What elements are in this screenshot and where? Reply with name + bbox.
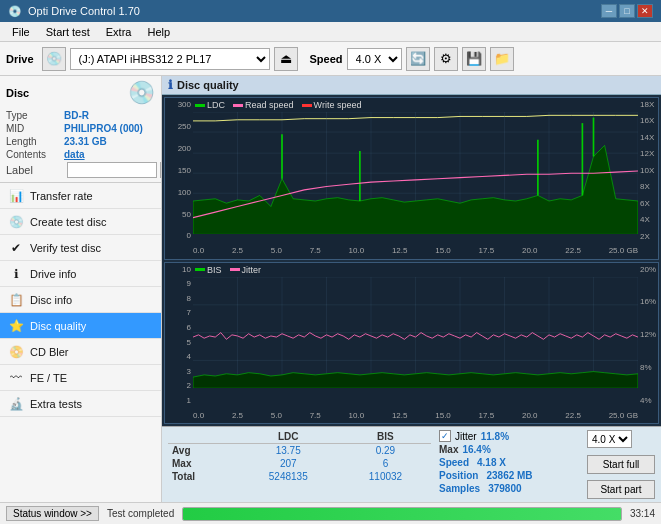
charts-area: LDC Read speed Write speed 300 250 200 (162, 95, 661, 426)
menubar: File Start test Extra Help (0, 22, 661, 42)
start-part-button[interactable]: Start part (587, 480, 655, 499)
stats-row-avg-label: Avg (168, 444, 237, 458)
sidebar-item-drive-info[interactable]: ℹ Drive info (0, 261, 161, 287)
jitter-max-value: 16.4% (462, 444, 490, 455)
chart2-y-axis-left: 10 9 8 7 6 5 4 3 2 1 (165, 263, 193, 408)
disc-contents-value[interactable]: data (64, 149, 85, 160)
speed-select[interactable]: 4.0 X (347, 48, 402, 70)
sidebar-item-verify-test-disc[interactable]: ✔ Verify test disc (0, 235, 161, 261)
sidebar-item-transfer-rate[interactable]: 📊 Transfer rate (0, 183, 161, 209)
speed-info-label: Speed (439, 457, 469, 468)
content-area: ℹ Disc quality LDC Read speed (162, 76, 661, 502)
stats-col-ldc: LDC (237, 430, 340, 444)
stats-avg-bis: 0.29 (340, 444, 431, 458)
menu-extra[interactable]: Extra (98, 24, 140, 40)
app-title: Opti Drive Control 1.70 (28, 5, 140, 17)
status-window-button[interactable]: Status window >> (6, 506, 99, 521)
disc-image-icon: 💿 (128, 80, 155, 106)
chart1-y-axis-left: 300 250 200 150 100 50 0 (165, 98, 193, 243)
disc-type-label: Type (6, 110, 64, 121)
jitter-row: ✓ Jitter 11.8% (439, 430, 579, 442)
sidebar-item-disc-info[interactable]: 📋 Disc info (0, 287, 161, 313)
menu-start-test[interactable]: Start test (38, 24, 98, 40)
extra-tests-icon: 🔬 (8, 397, 24, 411)
speed-label: Speed (310, 53, 343, 65)
drive-info-label: Drive info (30, 268, 76, 280)
sidebar-item-disc-quality[interactable]: ⭐ Disc quality (0, 313, 161, 339)
save-button[interactable]: 📁 (490, 47, 514, 71)
speed-combo-select[interactable]: 4.0 X (587, 430, 632, 448)
progress-bar-fill (183, 508, 621, 520)
stats-max-bis: 6 (340, 457, 431, 470)
create-test-disc-icon: 💿 (8, 215, 24, 229)
stats-col-bis: BIS (340, 430, 431, 444)
disc-contents-label: Contents (6, 149, 64, 160)
speed-info-value: 4.18 X (477, 457, 506, 468)
transfer-rate-icon: 📊 (8, 189, 24, 203)
statusbar: Status window >> Test completed 33:14 (0, 502, 661, 524)
chart2-svg (193, 277, 638, 388)
main-area: Disc 💿 Type BD-R MID PHILIPRO4 (000) Len… (0, 76, 661, 502)
menu-help[interactable]: Help (139, 24, 178, 40)
sidebar-item-create-test-disc[interactable]: 💿 Create test disc (0, 209, 161, 235)
minimize-button[interactable]: ─ (601, 4, 617, 18)
disc-label-input[interactable] (67, 162, 157, 178)
eject-button[interactable]: ⏏ (274, 47, 298, 71)
speed-combo: 4.0 X (587, 430, 655, 448)
disc-info-icon: 📋 (8, 293, 24, 307)
drive-select[interactable]: (J:) ATAPI iHBS312 2 PL17 (70, 48, 270, 70)
time-display: 33:14 (630, 508, 655, 519)
stats-row-max-label: Max (168, 457, 237, 470)
chart1-x-axis: 0.0 2.5 5.0 7.5 10.0 12.5 15.0 17.5 20.0… (193, 243, 638, 259)
legend-ldc-label: LDC (207, 100, 225, 110)
disc-length-row: Length 23.31 GB (6, 136, 155, 147)
stats-total-ldc: 5248135 (237, 470, 340, 483)
toolbar: Drive 💿 (J:) ATAPI iHBS312 2 PL17 ⏏ Spee… (0, 42, 661, 76)
stats-avg-ldc: 13.75 (237, 444, 340, 458)
progress-bar-container (182, 507, 622, 521)
disc-type-value: BD-R (64, 110, 89, 121)
drive-icon-btn[interactable]: 💿 (42, 47, 66, 71)
sidebar-item-fe-te[interactable]: 〰 FE / TE (0, 365, 161, 391)
stats-bar: LDC BIS Avg 13.75 0.29 Max 207 6 Total (162, 426, 661, 502)
chart2-container: BIS Jitter 10 9 8 7 6 5 4 3 2 (164, 262, 659, 425)
legend-write-speed: Write speed (302, 100, 362, 110)
legend-jitter: Jitter (230, 265, 262, 275)
chart2-x-axis: 0.0 2.5 5.0 7.5 10.0 12.5 15.0 17.5 20.0… (193, 407, 638, 423)
transfer-rate-label: Transfer rate (30, 190, 93, 202)
sidebar-item-extra-tests[interactable]: 🔬 Extra tests (0, 391, 161, 417)
menu-file[interactable]: File (4, 24, 38, 40)
write-button[interactable]: 💾 (462, 47, 486, 71)
stats-total-bis: 110032 (340, 470, 431, 483)
disc-mid-label: MID (6, 123, 64, 134)
sidebar-item-cd-bler[interactable]: 📀 CD Bler (0, 339, 161, 365)
jitter-checkbox[interactable]: ✓ (439, 430, 451, 442)
verify-test-disc-icon: ✔ (8, 241, 24, 255)
disc-info-label: Disc info (30, 294, 72, 306)
chart2-y-axis-right: 20% 16% 12% 8% 4% (638, 263, 658, 408)
legend-read-speed-label: Read speed (245, 100, 294, 110)
refresh-button[interactable]: 🔄 (406, 47, 430, 71)
status-text: Test completed (107, 508, 174, 519)
fe-te-label: FE / TE (30, 372, 67, 384)
titlebar-left: 💿 Opti Drive Control 1.70 (8, 5, 140, 18)
legend-bis: BIS (195, 265, 222, 275)
start-full-button[interactable]: Start full (587, 455, 655, 474)
disc-panel-header: Disc 💿 (6, 80, 155, 106)
drive-label: Drive (6, 53, 34, 65)
chart1-legend: LDC Read speed Write speed (195, 100, 361, 110)
app-icon: 💿 (8, 5, 22, 18)
legend-write-speed-label: Write speed (314, 100, 362, 110)
jitter-label: Jitter (455, 431, 477, 442)
cd-bler-icon: 📀 (8, 345, 24, 359)
close-button[interactable]: ✕ (637, 4, 653, 18)
dq-icon: ℹ (168, 78, 173, 92)
disc-length-value: 23.31 GB (64, 136, 107, 147)
jitter-avg-value: 11.8% (481, 431, 509, 442)
stats-right: ✓ Jitter 11.8% Max 16.4% Speed 4.18 X Po… (439, 430, 579, 499)
stats-row-total-label: Total (168, 470, 237, 483)
maximize-button[interactable]: □ (619, 4, 635, 18)
legend-read-speed: Read speed (233, 100, 294, 110)
chart1-y-axis-right: 18X 16X 14X 12X 10X 8X 6X 4X 2X (638, 98, 658, 243)
settings-button[interactable]: ⚙ (434, 47, 458, 71)
